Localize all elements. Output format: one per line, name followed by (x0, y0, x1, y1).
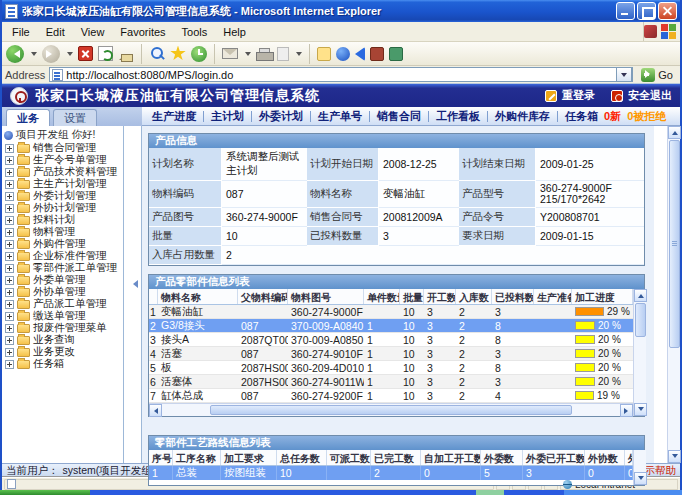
search-button[interactable] (149, 46, 165, 62)
column-header[interactable]: 物料名称 (158, 289, 238, 304)
back-button[interactable] (6, 45, 24, 63)
minimize-button[interactable] (616, 2, 635, 20)
close-button[interactable] (658, 2, 677, 20)
address-input[interactable] (66, 69, 616, 81)
messenger-arrow-icon[interactable] (355, 47, 365, 61)
expand-icon[interactable] (5, 156, 14, 165)
scroll-down-button[interactable] (634, 403, 647, 416)
expand-icon[interactable] (5, 180, 14, 189)
column-header[interactable]: 自加工开工数 (421, 450, 481, 465)
scrollbar-thumb[interactable] (210, 405, 572, 415)
stop-button[interactable] (78, 46, 93, 61)
scrollbar-thumb[interactable] (669, 140, 680, 348)
expand-icon[interactable] (5, 312, 14, 321)
nav-work-board[interactable]: 工作看板 (436, 109, 480, 124)
column-header[interactable]: 外委已开工数 (523, 450, 585, 465)
column-header[interactable]: 外协数 (585, 450, 625, 465)
column-header[interactable]: 外委数 (481, 450, 523, 465)
column-header[interactable]: 可派工数 (327, 450, 371, 465)
address-dropdown-button[interactable] (616, 67, 632, 82)
column-header[interactable]: 物料图号 (288, 289, 364, 304)
column-header[interactable]: 批量 (400, 289, 424, 304)
scroll-down-button[interactable] (668, 450, 681, 463)
notes-button[interactable] (317, 47, 331, 61)
vertical-scrollbar[interactable] (633, 450, 646, 485)
column-header[interactable]: 父物料编码 (238, 289, 288, 304)
print-button[interactable] (256, 48, 272, 60)
expand-icon[interactable] (5, 192, 14, 201)
menu-edit[interactable]: Edit (38, 26, 73, 38)
table-row[interactable]: 5 板 2087HS002 360-209-4D010 1 10 3 2 8 (149, 361, 633, 375)
nav-production-progress[interactable]: 生产进度 (152, 109, 196, 124)
badge-rejected-tasks[interactable]: 0被拒绝 (627, 109, 666, 124)
history-button[interactable] (191, 46, 207, 62)
table-row-selected[interactable]: 1 总装 按图组装 10 2 0 5 3 0 0 (149, 466, 633, 480)
expand-icon[interactable] (5, 216, 14, 225)
maximize-button[interactable] (637, 2, 656, 20)
column-header[interactable]: 外协 (625, 450, 633, 465)
expand-icon[interactable] (5, 228, 14, 237)
refresh-button[interactable] (98, 46, 113, 61)
nav-outsource-plan[interactable]: 外委计划 (259, 109, 303, 124)
column-header[interactable]: 序号 (149, 450, 173, 465)
column-header[interactable]: 加工进度 (572, 289, 633, 304)
column-header[interactable]: 已投料数 (492, 289, 534, 304)
relogin-button[interactable]: 重登录 (545, 88, 595, 103)
expand-icon[interactable] (5, 264, 14, 273)
mail-button[interactable] (222, 48, 238, 59)
menu-view[interactable]: View (73, 26, 113, 38)
home-button[interactable] (118, 47, 134, 61)
nav-production-order[interactable]: 生产单号 (318, 109, 362, 124)
column-header[interactable]: 加工要求 (221, 450, 277, 465)
expand-icon[interactable] (5, 204, 14, 213)
column-header[interactable]: 开工数 (424, 289, 456, 304)
column-header[interactable]: 已完工数 (371, 450, 421, 465)
nav-sales-contract[interactable]: 销售合同 (377, 109, 421, 124)
scroll-down-button[interactable] (634, 472, 647, 485)
back-dropdown-icon[interactable] (31, 52, 37, 59)
messenger-button[interactable] (389, 47, 403, 61)
expand-icon[interactable] (5, 240, 14, 249)
column-header[interactable]: 入库数 (456, 289, 492, 304)
sidebar-splitter[interactable] (124, 126, 142, 463)
page-scrollbar[interactable] (667, 126, 680, 463)
mail-dropdown-icon[interactable] (245, 52, 251, 59)
taskbar-button[interactable] (476, 490, 504, 495)
menu-help[interactable]: Help (215, 26, 254, 38)
table-row[interactable]: 3 接头A 2087QT002 370-009-A0850 1 10 3 2 8 (149, 333, 633, 347)
menu-favorites[interactable]: Favorites (112, 26, 173, 38)
badge-new-tasks[interactable]: 0新 (604, 109, 621, 124)
forward-button[interactable] (42, 45, 60, 63)
vertical-scrollbar[interactable] (633, 289, 646, 416)
table-row[interactable]: 7 缸体总成 087 360-274-9200F 1 10 3 2 4 19 (149, 389, 633, 403)
expand-icon[interactable] (5, 144, 14, 153)
expand-icon[interactable] (5, 168, 14, 177)
menu-tools[interactable]: Tools (174, 26, 216, 38)
forward-dropdown-icon[interactable] (67, 52, 73, 59)
favorites-button[interactable] (170, 46, 186, 62)
column-header[interactable]: 工序名称 (173, 450, 221, 465)
table-row[interactable]: 1 变幅油缸 360-274-9000F 10 3 2 3 29 % (149, 305, 633, 319)
edit-dropdown-icon[interactable] (296, 52, 302, 59)
expand-icon[interactable] (5, 324, 14, 333)
scroll-left-button[interactable] (149, 404, 162, 417)
logout-button[interactable]: 安全退出 (611, 88, 672, 103)
expand-icon[interactable] (5, 276, 14, 285)
table-row[interactable]: 4 活塞 087 360-274-9010F 1 10 3 2 3 20 % (149, 347, 633, 361)
go-button[interactable]: Go (637, 67, 677, 83)
edit-button[interactable] (277, 47, 289, 61)
table-row-selected[interactable]: 2 G3/8接头 087 370-009-A0840 1 10 3 2 8 2 (149, 319, 633, 333)
scroll-up-button[interactable] (668, 126, 681, 139)
expand-icon[interactable] (5, 288, 14, 297)
scroll-up-button[interactable] (634, 289, 647, 302)
start-button[interactable] (0, 490, 90, 495)
nav-master-plan[interactable]: 主计划 (211, 109, 244, 124)
table-row[interactable]: 6 活塞体 2087HS002 360-274-9011W 1 10 3 2 3 (149, 375, 633, 389)
menu-file[interactable]: File (4, 26, 38, 38)
expand-icon[interactable] (5, 252, 14, 261)
tab-business[interactable]: 业务 (6, 109, 50, 126)
nav-task-box[interactable]: 任务箱 (565, 109, 598, 124)
tab-settings[interactable]: 设置 (53, 109, 97, 126)
collapse-arrow-icon[interactable] (129, 280, 138, 288)
column-header[interactable]: 总任务数 (277, 450, 327, 465)
